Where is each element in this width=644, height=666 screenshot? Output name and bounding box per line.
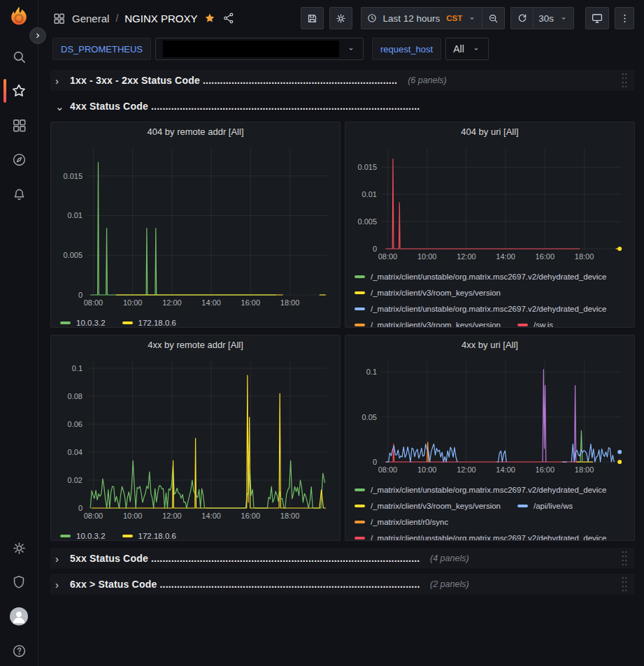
legend-item[interactable]: 10.0.3.2 [60,532,106,540]
legend-series-label: 172.18.0.6 [138,532,176,540]
legend-item[interactable]: /_matrix/client/unstable/org.matrix.msc2… [355,273,607,281]
legend-item[interactable]: /api/live/ws [517,502,573,510]
cycle-view-button[interactable] [585,7,609,29]
variable-request-host: request_host All [372,38,489,60]
svg-text:12:00: 12:00 [457,465,476,474]
legend-series-label: 10.0.3.2 [76,532,106,540]
chevron-down-icon [346,44,356,54]
svg-text:0: 0 [78,291,83,299]
refresh-icon [517,13,528,24]
row-title-dots: ........................................… [148,101,420,112]
row-4xx[interactable]: ⌄ 4xx Status Code ......................… [50,96,635,117]
legend-item[interactable]: /sw.js [517,321,553,328]
sidebar-item-profile[interactable] [9,607,29,626]
question-icon [11,643,27,659]
legend-item[interactable]: /_matrix/client/unstable/org.matrix.msc2… [355,305,607,313]
star-outline-icon [10,82,27,99]
refresh-button[interactable] [510,7,533,29]
breadcrumb: General / NGINX PROXY [52,12,235,25]
legend-series-label: /_matrix/client/v3/room_keys/version [371,321,501,328]
variable-value: All [453,43,464,55]
variable-value-dropdown[interactable] [155,38,364,60]
panel-title[interactable]: 404 by remote addr [All] [51,122,340,141]
row-chevron-icon: ⌄ [55,101,64,112]
chevron-down-icon [467,13,477,23]
row-title-dots: ........................................… [200,75,397,86]
svg-text:0.1: 0.1 [366,368,377,376]
clock-icon [366,13,378,24]
time-series-chart[interactable]: 08:0010:0012:0014:0016:0018:0000.0050.01… [57,141,336,309]
refresh-interval-picker[interactable]: 30s [533,7,574,29]
svg-text:10:00: 10:00 [123,512,143,520]
legend-item[interactable]: /_matrix/client/v3/room_keys/version [355,502,501,510]
legend-item[interactable]: 172.18.0.6 [122,532,176,540]
legend-item[interactable]: /_matrix/client/unstable/org.matrix.msc2… [355,486,607,494]
sidebar-item-server-admin[interactable] [9,572,29,592]
drag-handle-icon[interactable] [621,576,628,593]
row-title: 1xx - 3xx - 2xx Status Code [70,75,200,86]
panel-title[interactable]: 4xx by remote addr [All] [51,335,340,354]
sidebar-item-starred[interactable] [9,81,29,101]
sidebar-nav-bottom [9,538,29,660]
panel-title[interactable]: 404 by uri [All] [345,122,634,141]
legend-series-label: /_matrix/client/unstable/org.matrix.msc2… [371,534,607,541]
dashboard-title[interactable]: NGINX PROXY [124,13,197,24]
avatar [10,607,28,625]
drag-handle-icon[interactable] [621,550,628,567]
sidebar-item-explore[interactable] [9,150,29,169]
svg-text:08:00: 08:00 [84,298,103,307]
variable-ds-prometheus: DS_PROMETHEUS [52,38,364,60]
row-title: 6xx > Status Code [70,579,157,590]
sidebar-item-configuration[interactable] [9,538,29,558]
time-series-chart[interactable]: 08:0010:0012:0014:0016:0018:0000.050.1 [351,354,630,476]
legend-item[interactable]: /_matrix/client/unstable/org.matrix.msc2… [355,534,607,541]
svg-text:10:00: 10:00 [417,252,437,261]
legend-item[interactable]: 172.18.0.6 [122,319,176,327]
share-icon[interactable] [222,12,235,24]
legend-item[interactable]: /_matrix/client/v3/room_keys/version [355,289,501,297]
grafana-logo-icon[interactable] [6,5,31,30]
row-panel-count: (2 panels) [430,579,469,589]
sidebar-item-help[interactable] [9,641,29,660]
legend-item[interactable]: 10.0.3.2 [60,319,106,327]
save-dashboard-button[interactable] [301,7,324,29]
row-title: 5xx Status Code [70,553,148,564]
drag-handle-icon[interactable] [621,72,628,89]
sidebar-item-alerting[interactable] [9,184,29,203]
row-6xx[interactable]: › 6xx > Status Code ....................… [50,574,635,595]
variable-label[interactable]: request_host [372,38,441,60]
time-range-picker[interactable]: Last 12 hours CST [361,7,482,29]
chart-area: 08:0010:0012:0014:0016:0018:0000.0050.01… [51,141,340,312]
star-favorite-icon[interactable] [203,12,216,24]
dashboard-canvas: › 1xx - 3xx - 2xx Status Code ..........… [38,66,644,666]
variable-value-dropdown[interactable]: All [445,38,489,60]
legend-series-color [355,275,365,278]
refresh-controls: 30s [510,7,574,29]
row-1xx-3xx-2xx[interactable]: › 1xx - 3xx - 2xx Status Code ..........… [50,70,635,91]
search-icon [11,49,27,65]
svg-text:08:00: 08:00 [378,252,398,261]
sidebar-item-dashboards[interactable] [9,115,29,135]
panel-404-by-uri-all-: 404 by uri [All]08:0010:0012:0014:0016:0… [345,122,635,328]
legend-series-label: /_matrix/client/unstable/org.matrix.msc2… [371,305,607,313]
svg-text:18:00: 18:00 [280,512,300,520]
sidebar-expand-button[interactable] [29,27,46,44]
svg-text:0: 0 [373,458,377,466]
sidebar-item-search[interactable] [9,47,29,66]
chevron-down-icon [559,13,568,23]
legend-item[interactable]: /_matrix/client/r0/sync [355,518,448,526]
more-options-button[interactable] [615,7,634,29]
time-series-chart[interactable]: 08:0010:0012:0014:0016:0018:0000.020.040… [57,354,336,522]
chart-area: 08:0010:0012:0014:0016:0018:0000.020.040… [51,354,340,525]
svg-text:10:00: 10:00 [417,465,437,474]
variable-label[interactable]: DS_PROMETHEUS [52,38,151,60]
legend-series-label: /api/live/ws [534,502,573,510]
dashboard-settings-button[interactable] [329,7,352,29]
time-series-chart[interactable]: 08:0010:0012:0014:0016:0018:0000.0050.01… [351,141,630,263]
svg-text:0.1: 0.1 [72,364,83,372]
panel-title[interactable]: 4xx by uri [All] [345,335,634,354]
legend-item[interactable]: /_matrix/client/v3/room_keys/version [355,321,501,328]
zoom-out-time-button[interactable] [482,7,505,29]
row-5xx[interactable]: › 5xx Status Code ......................… [50,548,635,569]
breadcrumb-folder[interactable]: General [72,13,109,24]
